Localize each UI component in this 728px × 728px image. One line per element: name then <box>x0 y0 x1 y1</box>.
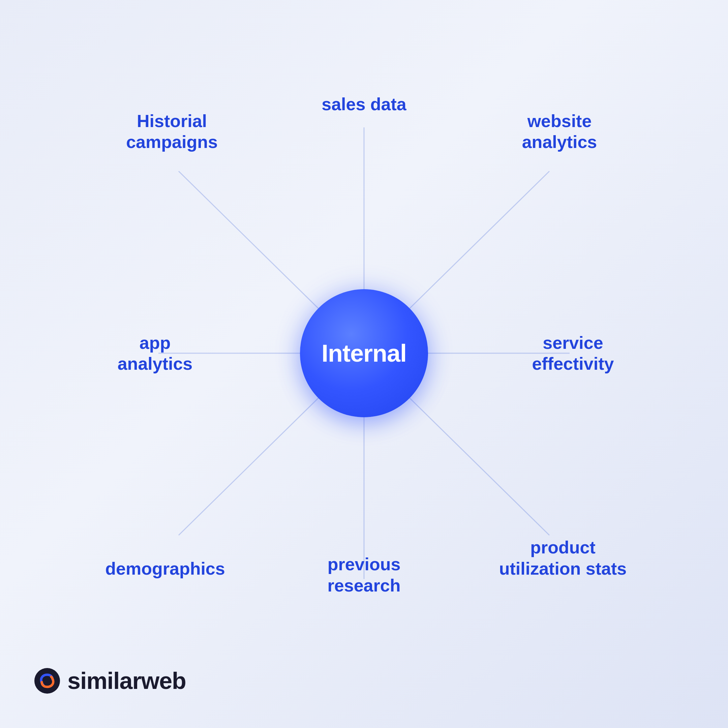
similarweb-icon <box>34 667 61 694</box>
label-previous-research: previous research <box>314 554 414 596</box>
center-label: Internal <box>321 340 407 367</box>
svg-point-8 <box>34 668 60 694</box>
label-sales-data: sales data <box>314 94 414 115</box>
diagram-container: Internal Historial campaigns sales data … <box>94 84 634 623</box>
label-service-effectivity: service effectivity <box>519 332 627 375</box>
label-website-analytics: website analytics <box>506 110 613 153</box>
label-product-utilization-stats: product utilization stats <box>499 537 627 579</box>
logo-text: similarweb <box>67 667 186 694</box>
label-app-analytics: app analytics <box>101 332 209 375</box>
label-demographics: demographics <box>101 558 229 579</box>
label-historical-campaigns: Historial campaigns <box>115 110 229 153</box>
logo-area: similarweb <box>34 667 186 694</box>
center-circle: Internal <box>300 289 428 417</box>
